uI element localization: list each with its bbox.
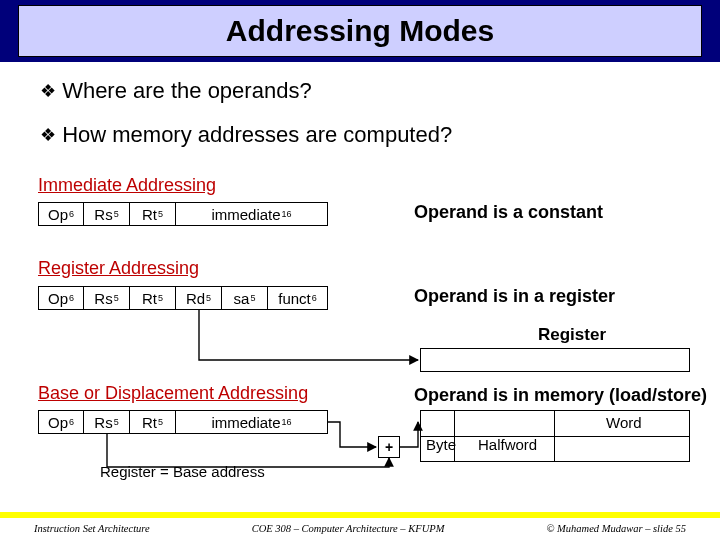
field-immediate: immediate16 [176,202,328,226]
format-immediate: Op6 Rs5 Rt5 immediate16 [38,202,328,226]
format-register: Op6 Rs5 Rt5 Rd5 sa5 funct6 [38,286,328,310]
memory-word-label: Word [606,414,642,431]
field-rs: Rs5 [84,410,130,434]
desc-register: Operand is in a register [414,286,615,307]
field-op: Op6 [38,202,84,226]
bullet-2-text: How memory addresses are computed? [62,122,452,147]
field-rt: Rt5 [130,286,176,310]
footer-left: Instruction Set Architecture [34,523,150,534]
format-base: Op6 Rs5 Rt5 immediate16 [38,410,328,434]
field-funct: funct6 [268,286,328,310]
diamond-icon: ❖ [40,81,56,101]
desc-base: Operand is in memory (load/store) [414,385,707,406]
bullet-2: ❖ How memory addresses are computed? [40,122,690,148]
field-rs: Rs5 [84,286,130,310]
field-op: Op6 [38,286,84,310]
field-rt: Rt5 [130,410,176,434]
footer-accent-bar [0,512,720,518]
field-rt: Rt5 [130,202,176,226]
bullets: ❖ Where are the operands? ❖ How memory a… [40,78,690,166]
field-sa: sa5 [222,286,268,310]
base-note: Register = Base address [100,463,265,480]
section-base-label: Base or Displacement Addressing [38,383,308,404]
memory-halfword-label: Halfword [478,436,537,453]
bullet-1: ❖ Where are the operands? [40,78,690,104]
field-immediate: immediate16 [176,410,328,434]
section-register-label: Register Addressing [38,258,199,279]
field-rs: Rs5 [84,202,130,226]
adder-plus: + [378,436,400,458]
footer: Instruction Set Architecture COE 308 – C… [0,520,720,536]
section-immediate-label: Immediate Addressing [38,175,216,196]
desc-immediate: Operand is a constant [414,202,603,223]
page-title: Addressing Modes [226,14,494,48]
diamond-icon: ❖ [40,125,56,145]
register-box [420,348,690,372]
memory-byte-label: Byte [426,436,456,453]
footer-right: © Muhamed Mudawar – slide 55 [546,523,686,534]
field-rd: Rd5 [176,286,222,310]
memory-divider-row [420,436,690,462]
field-op: Op6 [38,410,84,434]
memory-half-divider [554,410,555,462]
bullet-1-text: Where are the operands? [62,78,312,103]
title-band: Addressing Modes [18,5,702,57]
register-box-title: Register [538,325,606,345]
footer-center: COE 308 – Computer Architecture – KFUPM [252,523,445,534]
